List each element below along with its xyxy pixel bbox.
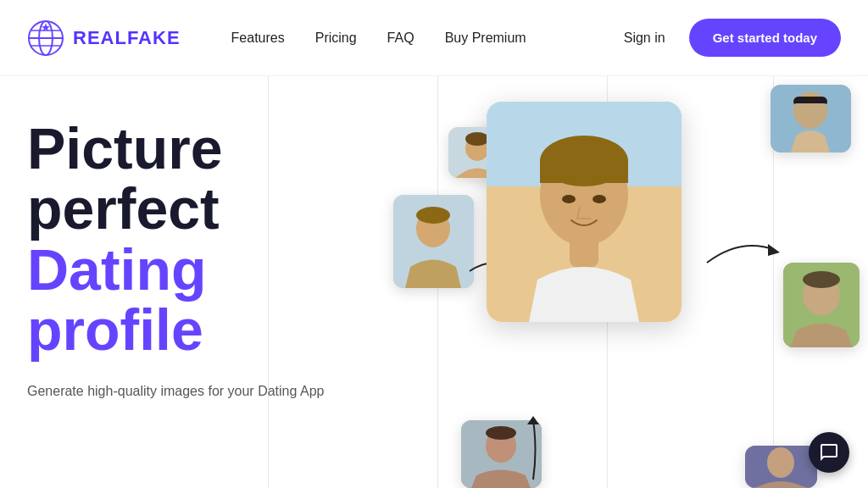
svg-point-28 [803, 271, 840, 288]
arrow-main-to-right [698, 229, 783, 271]
sign-in-link[interactable]: Sign in [624, 30, 665, 46]
nav-link-premium[interactable]: Buy Premium [445, 30, 526, 46]
bottom-center-svg [461, 420, 542, 488]
main-photo-sim [487, 102, 682, 322]
photo-collage [393, 76, 868, 488]
portrait-svg [487, 102, 682, 322]
hero-section: Picture perfect Dating profile Generate … [0, 76, 868, 488]
nav-link-faq[interactable]: FAQ [387, 30, 415, 46]
nav-links: Features Pricing FAQ Buy Premium [231, 30, 526, 46]
svg-point-22 [465, 132, 489, 146]
nav-link-pricing[interactable]: Pricing [315, 30, 357, 46]
hero-headline: Picture perfect Dating profile [27, 119, 373, 361]
sunglasses-photo [771, 85, 851, 152]
svg-point-33 [767, 447, 794, 478]
chat-icon [819, 442, 839, 463]
right-man-svg [783, 263, 860, 347]
chat-widget[interactable] [809, 432, 849, 473]
bottom-center-photo [461, 420, 542, 488]
left-mid-svg [393, 195, 474, 288]
svg-point-13 [593, 195, 606, 203]
nav-right: Sign in Get started today [624, 19, 841, 57]
left-mid-photo [393, 195, 474, 288]
svg-rect-9 [570, 233, 598, 267]
bottom-right-photo [745, 446, 817, 488]
headline-line2: perfect [27, 176, 220, 241]
svg-marker-35 [768, 244, 780, 256]
logo-icon [27, 19, 64, 57]
logo-link[interactable]: REALFAKE [27, 19, 181, 57]
svg-rect-19 [793, 103, 827, 117]
nav-link-features[interactable]: Features [231, 30, 285, 46]
get-started-button[interactable]: Get started today [689, 19, 841, 57]
right-man-photo [783, 263, 860, 347]
bottom-right-svg [745, 446, 817, 488]
svg-point-25 [416, 207, 450, 224]
brand-name: REALFAKE [73, 27, 181, 49]
svg-rect-11 [540, 159, 628, 183]
svg-point-12 [562, 195, 576, 203]
main-portrait-photo [487, 102, 682, 322]
hero-text: Picture perfect Dating profile Generate … [0, 76, 373, 488]
navbar: REALFAKE Features Pricing FAQ Buy Premiu… [0, 0, 868, 76]
sunglasses-svg [771, 85, 851, 152]
hero-subtext: Generate high-quality images for your Da… [27, 381, 373, 402]
headline-line3: Dating profile [27, 237, 207, 362]
headline-line1: Picture [27, 116, 223, 180]
svg-point-31 [486, 426, 516, 440]
